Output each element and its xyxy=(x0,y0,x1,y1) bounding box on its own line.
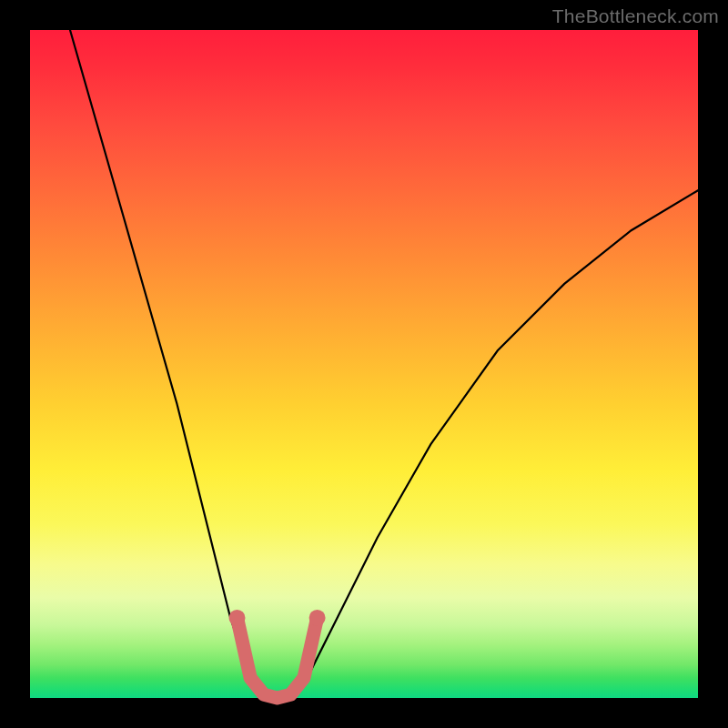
plot-area xyxy=(30,30,698,698)
watermark-text: TheBottleneck.com xyxy=(552,5,719,27)
bottom-marker xyxy=(238,618,318,698)
curve-layer xyxy=(30,30,698,698)
chart-frame: TheBottleneck.com xyxy=(0,0,728,728)
accent-dot xyxy=(229,610,246,626)
accent-dot xyxy=(309,610,326,626)
bottleneck-curve xyxy=(70,30,698,698)
